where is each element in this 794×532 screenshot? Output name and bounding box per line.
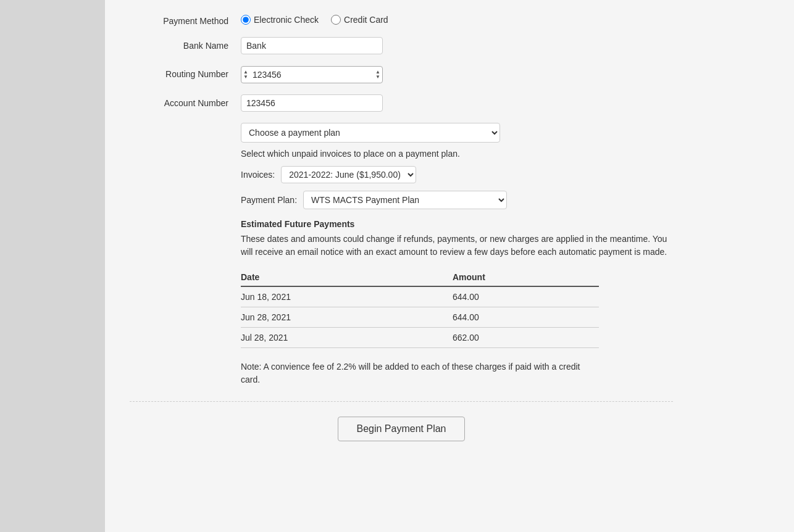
convenience-note: Note: A convience fee of 2.2% will be ad…: [241, 360, 599, 386]
routing-number-control: ▲ ▼ ▲ ▼: [241, 65, 673, 83]
plan-select[interactable]: WTS MACTS Payment Plan: [303, 191, 507, 209]
electronic-check-label: Electronic Check: [254, 15, 319, 25]
payments-table-head: Date Amount: [241, 268, 599, 286]
payment-method-label: Payment Method: [130, 12, 241, 26]
table-row: Jun 18, 2021644.00: [241, 286, 599, 307]
routing-number-row: Routing Number ▲ ▼ ▲ ▼: [130, 65, 673, 83]
bank-name-control: [241, 37, 673, 54]
payment-plan-select[interactable]: Choose a payment plan: [241, 123, 500, 143]
invoices-label: Invoices:: [241, 170, 275, 180]
payment-date-cell: Jul 28, 2021: [241, 328, 453, 348]
spin-down-right-icon[interactable]: ▼: [375, 75, 380, 80]
table-row: Jul 28, 2021662.00: [241, 328, 599, 348]
payment-method-controls: Electronic Check Credit Card: [241, 12, 673, 25]
amount-column-header: Amount: [453, 268, 599, 286]
routing-spin-right[interactable]: ▲ ▼: [374, 69, 382, 81]
payment-method-radio-group: Electronic Check Credit Card: [241, 12, 673, 25]
electronic-check-radio[interactable]: [241, 15, 251, 25]
payments-table: Date Amount Jun 18, 2021644.00Jun 28, 20…: [241, 268, 599, 348]
bank-name-row: Bank Name: [130, 37, 673, 54]
plan-row: Payment Plan: WTS MACTS Payment Plan: [241, 191, 673, 209]
credit-card-radio[interactable]: [331, 15, 341, 25]
begin-payment-plan-button[interactable]: Begin Payment Plan: [338, 417, 466, 441]
bank-name-label: Bank Name: [130, 37, 241, 51]
payment-plan-area: Choose a payment plan Select which unpai…: [241, 123, 673, 386]
payment-plan-instruction: Select which unpaid invoices to place on…: [241, 149, 673, 159]
account-number-label: Account Number: [130, 94, 241, 108]
routing-number-wrapper: ▲ ▼ ▲ ▼: [241, 66, 383, 83]
spin-down-icon[interactable]: ▼: [243, 75, 248, 80]
payment-plan-row: Choose a payment plan Select which unpai…: [130, 123, 673, 386]
section-divider: [130, 401, 673, 402]
plan-label: Payment Plan:: [241, 195, 297, 205]
invoices-row: Invoices: 2021-2022: June ($1,950.00): [241, 166, 673, 183]
payment-amount-cell: 644.00: [453, 307, 599, 328]
payment-amount-cell: 644.00: [453, 286, 599, 307]
routing-number-label: Routing Number: [130, 65, 241, 79]
routing-number-input[interactable]: [250, 67, 374, 83]
account-number-control: [241, 94, 673, 112]
invoices-select[interactable]: 2021-2022: June ($1,950.00): [281, 166, 416, 183]
estimated-heading: Estimated Future Payments: [241, 219, 673, 229]
routing-spin-left[interactable]: ▲ ▼: [241, 69, 250, 81]
main-content: Payment Method Electronic Check Credit C…: [105, 0, 794, 532]
credit-card-option[interactable]: Credit Card: [331, 15, 388, 25]
credit-card-label: Credit Card: [344, 15, 388, 25]
bank-name-input[interactable]: [241, 37, 383, 54]
table-row: Jun 28, 2021644.00: [241, 307, 599, 328]
payments-table-body: Jun 18, 2021644.00Jun 28, 2021644.00Jul …: [241, 286, 599, 348]
estimated-note: These dates and amounts could change if …: [241, 233, 673, 259]
date-column-header: Date: [241, 268, 453, 286]
payment-amount-cell: 662.00: [453, 328, 599, 348]
payment-date-cell: Jun 28, 2021: [241, 307, 453, 328]
payment-plan-label-empty: [130, 123, 241, 127]
payment-method-row: Payment Method Electronic Check Credit C…: [130, 12, 673, 26]
electronic-check-option[interactable]: Electronic Check: [241, 15, 319, 25]
form-section: Payment Method Electronic Check Credit C…: [130, 12, 673, 441]
payments-table-header-row: Date Amount: [241, 268, 599, 286]
left-sidebar: [0, 0, 105, 532]
submit-area: Begin Payment Plan: [130, 417, 673, 441]
account-number-row: Account Number: [130, 94, 673, 112]
account-number-input[interactable]: [241, 94, 383, 112]
payment-date-cell: Jun 18, 2021: [241, 286, 453, 307]
